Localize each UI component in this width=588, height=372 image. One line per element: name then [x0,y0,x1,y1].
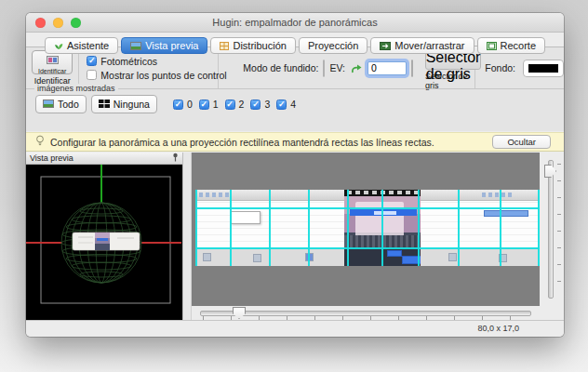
blend-mode-select[interactable]: normal [323,60,325,77]
pano-detail [203,253,211,261]
sphere-preview-canvas[interactable] [26,165,182,325]
layout-grid-icon [220,42,229,50]
image-checkbox-item[interactable]: ✓ 0 [173,99,193,110]
panel-splitter[interactable] [183,153,192,321]
minimize-window-button[interactable] [53,18,63,28]
background-color-well[interactable] [523,60,564,77]
photometric-checkbox[interactable]: ✓ [87,56,97,66]
title-bar[interactable]: Hugin: empalmador de panorámicas [26,13,564,33]
image-boundary-guide [230,190,232,266]
tab-bar: Asistente Vista previa Distribución Proy… [26,37,564,54]
pano-screenshot-right [421,190,540,266]
pano-detail [482,193,514,197]
sphere-wireframe [26,165,181,321]
image-boundary-guide [195,190,197,266]
pano-detail [231,211,261,224]
tab-label: Distribución [233,40,286,51]
show-none-button[interactable]: Ninguna [91,95,157,113]
image-4-label: 4 [290,99,296,110]
main-area: Vista previa [26,153,564,321]
tab-asistente[interactable]: Asistente [45,37,118,54]
hide-hint-button[interactable]: Ocultar [492,135,551,149]
pin-icon[interactable] [172,153,179,164]
tab-label: Vista previa [145,40,198,51]
tab-vista-previa[interactable]: Vista previa [121,37,207,54]
image-boundary-guide [195,207,540,209]
check-icon: ✓ [252,100,260,109]
status-bar: 80,0 x 17,0 [26,320,564,337]
image-checkbox-item[interactable]: ✓ 2 [225,99,245,110]
image-boundary-guide [308,190,310,266]
check-icon: ✓ [175,100,182,109]
all-images-icon [43,99,54,110]
blend-mode-value: normal [324,62,325,73]
tab-label: Mover/arrastrar [394,40,464,51]
preview-panorama-icon [130,42,141,50]
preview-panel-header[interactable]: Vista previa [26,153,182,165]
move-drag-icon [380,42,391,50]
preview-region [192,153,564,321]
pano-detail [199,193,231,197]
ev-stepper[interactable]: ▲▼ [411,60,413,77]
close-window-button[interactable] [35,18,46,28]
horizontal-pan-slider[interactable] [192,306,540,321]
image-checkbox-list: ✓ 0 ✓ 1 ✓ 2 ✓ 3 [173,99,296,110]
image-boundary-guide [347,190,349,266]
show-all-button[interactable]: Todo [35,95,87,113]
vertical-slider-track[interactable] [548,160,554,299]
pano-detail [253,254,261,262]
image-checkbox-item[interactable]: ✓ 1 [199,99,219,110]
ev-input[interactable] [368,61,407,75]
image-checkbox-item[interactable]: ✓ 3 [250,99,270,110]
control-points-checkbox[interactable]: ✓ [87,70,97,80]
image-boundary-guide [195,247,540,249]
image-boundary-guide [381,190,383,266]
show-none-label: Ninguna [114,99,150,110]
vertical-pan-slider[interactable] [540,153,564,306]
panorama-canvas[interactable] [192,153,540,306]
lightbulb-icon [35,134,45,151]
zoom-window-button[interactable] [71,18,81,28]
vertical-slider-thumb[interactable] [544,165,556,178]
tab-label: Asistente [67,40,109,51]
image-0-checkbox[interactable]: ✓ [173,100,183,110]
no-images-icon [99,99,110,110]
ev-label: EV: [329,62,345,73]
tab-recorte[interactable]: Recorte [477,37,546,54]
image-checkbox-item[interactable]: ✓ 4 [276,99,296,110]
top-panel: Identificar Identificar ✓ Fotométricos ✓… [26,46,564,131]
blend-mode-label: Modo de fundido: [243,62,318,73]
photometric-checkbox-row[interactable]: ✓ Fotométricos [87,56,157,67]
image-2-checkbox[interactable]: ✓ [225,100,235,110]
image-2-label: 2 [239,99,245,110]
traffic-lights [35,18,81,28]
preview-panel-title: Vista previa [30,153,74,163]
check-icon: ✓ [200,100,207,109]
image-1-label: 1 [213,99,219,110]
pano-detail [421,248,540,266]
show-all-label: Todo [58,99,79,110]
tab-mover-arrastrar[interactable]: Mover/arrastrar [370,37,474,54]
control-points-checkbox-row[interactable]: ✓ Mostrar los puntos de control [87,70,226,81]
preview-side-panel: Vista previa [26,153,183,321]
image-4-checkbox[interactable]: ✓ [276,100,287,110]
background-color-swatch [528,64,558,73]
ev-reset-button[interactable] [350,61,363,75]
shown-images-group: imágenes mostradas Todo Ninguna ✓ [26,88,564,132]
tab-distribucion[interactable]: Distribución [210,37,295,54]
image-3-label: 3 [264,99,270,110]
shown-images-title: imágenes mostradas [34,84,118,93]
image-1-checkbox[interactable]: ✓ [199,100,209,110]
green-curved-arrow-icon [350,63,363,73]
gray-picker-caption: Selector de gris [425,72,481,90]
projection-hint-bar: Configurar la panorámica a una proyecció… [26,132,564,152]
check-icon: ✓ [226,100,234,109]
photometric-label: Fotométricos [100,56,157,67]
image-3-checkbox[interactable]: ✓ [250,100,261,110]
hugin-window: Hugin: empalmador de panorámicas Asisten… [26,13,564,337]
pano-detail [484,210,528,217]
tab-proyeccion[interactable]: Proyección [299,37,368,54]
pano-field-of-view: 80,0 x 17,0 [477,324,519,333]
image-0-label: 0 [187,99,193,110]
pano-detail [421,190,540,201]
